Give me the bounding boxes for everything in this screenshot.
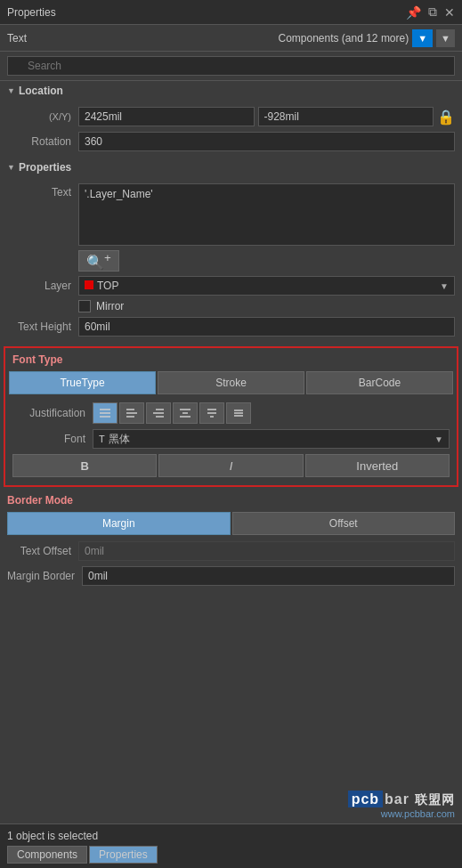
properties-section-header[interactable]: ▼ Properties bbox=[0, 158, 462, 177]
text-area-input[interactable]: '.Layer_Name' bbox=[78, 183, 455, 246]
text-prop-label: Text bbox=[7, 183, 78, 199]
filter-button[interactable]: ▼ bbox=[412, 29, 433, 47]
inverted-button[interactable]: Inverted bbox=[305, 454, 450, 477]
title-bar-right: 📌 ⧉ ✕ bbox=[406, 4, 455, 20]
components-right: Components (and 12 more) ▼ ▼ bbox=[278, 29, 455, 47]
font-label: Font bbox=[12, 433, 93, 445]
status-text: 1 object is selected bbox=[7, 830, 455, 842]
mirror-row: Mirror bbox=[0, 298, 462, 314]
layer-dot-icon: TOP bbox=[85, 280, 118, 292]
font-icon-text: T黑体 bbox=[99, 432, 130, 447]
close-icon[interactable]: ✕ bbox=[444, 5, 455, 20]
x-input[interactable] bbox=[78, 107, 255, 126]
status-bar: 1 object is selected Components Properti… bbox=[0, 823, 462, 868]
mirror-label: Mirror bbox=[96, 300, 124, 312]
xy-row: (X/Y) 🔒 bbox=[0, 104, 462, 129]
text-offset-label: Text Offset bbox=[7, 545, 78, 557]
location-form: (X/Y) 🔒 Rotation bbox=[0, 101, 462, 158]
font-type-section: Font Type TrueType Stroke BarCode Justif… bbox=[4, 346, 458, 487]
y-input[interactable] bbox=[258, 107, 434, 126]
lock-icon[interactable]: 🔒 bbox=[437, 109, 455, 126]
layer-select[interactable]: TOP ▼ bbox=[78, 276, 455, 296]
just-btn-3[interactable] bbox=[173, 402, 198, 424]
components-bar: Text Components (and 12 more) ▼ ▼ bbox=[0, 25, 462, 52]
font-select[interactable]: T黑体 ▼ bbox=[93, 429, 450, 449]
mirror-checkbox[interactable] bbox=[78, 300, 91, 312]
icon-btn-row: 🔍+ bbox=[0, 248, 462, 273]
just-btn-1[interactable] bbox=[119, 402, 144, 424]
border-mode-section: Border Mode Margin Offset Text Offset Ma… bbox=[0, 491, 462, 588]
font-type-buttons: TrueType Stroke BarCode bbox=[9, 371, 453, 394]
search-input[interactable] bbox=[7, 56, 455, 76]
just-btn-4[interactable] bbox=[199, 402, 224, 424]
layer-label: Layer bbox=[7, 280, 78, 292]
italic-button[interactable]: I bbox=[158, 454, 303, 477]
properties-triangle: ▼ bbox=[7, 163, 15, 172]
components-more-label: Components (and 12 more) bbox=[278, 32, 409, 45]
float-icon[interactable]: ⧉ bbox=[428, 4, 437, 20]
watermark-pcb-text: pcb bbox=[348, 791, 383, 807]
justification-row: Justification bbox=[9, 400, 453, 426]
text-offset-row: Text Offset bbox=[0, 539, 462, 564]
font-type-truetype-btn[interactable]: TrueType bbox=[9, 371, 156, 394]
dropdown-button[interactable]: ▼ bbox=[436, 29, 455, 47]
components-tab[interactable]: Components bbox=[7, 846, 87, 864]
status-tabs: Components Properties bbox=[7, 846, 455, 864]
margin-border-row: Margin Border bbox=[0, 564, 462, 588]
location-section-header[interactable]: ▼ Location bbox=[0, 81, 462, 101]
watermark-site: www.pcbbar.com bbox=[348, 808, 455, 819]
layer-dropdown-arrow: ▼ bbox=[440, 281, 449, 291]
text-height-row: Text Height bbox=[0, 314, 462, 339]
justification-buttons bbox=[93, 402, 251, 424]
xy-label: (X/Y) bbox=[7, 111, 78, 122]
title-bar: Properties 📌 ⧉ ✕ bbox=[0, 0, 462, 25]
border-offset-btn[interactable]: Offset bbox=[232, 512, 456, 535]
text-height-input[interactable] bbox=[78, 317, 455, 337]
rotation-input[interactable] bbox=[78, 132, 455, 151]
just-btn-0[interactable] bbox=[93, 402, 118, 424]
watermark-bar-text: bar bbox=[385, 791, 409, 807]
xy-inputs bbox=[78, 107, 434, 126]
rotation-label: Rotation bbox=[7, 135, 78, 148]
title-bar-left: Properties bbox=[7, 6, 56, 19]
font-type-header: Font Type bbox=[9, 353, 453, 366]
search-wrap: 🔍 bbox=[7, 56, 455, 76]
just-btn-2[interactable] bbox=[146, 402, 171, 424]
justification-label: Justification bbox=[12, 407, 93, 419]
text-area-row: Text '.Layer_Name' bbox=[0, 181, 462, 248]
properties-header-label: Properties bbox=[19, 161, 71, 174]
mirror-checkbox-wrap: Mirror bbox=[78, 300, 124, 312]
just-btn-5[interactable] bbox=[226, 402, 251, 424]
location-triangle: ▼ bbox=[7, 86, 15, 95]
add-text-button[interactable]: 🔍+ bbox=[78, 250, 119, 272]
watermark-union-text: 联盟网 bbox=[415, 792, 455, 807]
border-mode-buttons: Margin Offset bbox=[7, 512, 455, 535]
watermark: pcbbar 联盟网 www.pcbbar.com bbox=[348, 790, 455, 819]
title-text: Properties bbox=[7, 6, 56, 19]
pin-icon[interactable]: 📌 bbox=[406, 5, 421, 20]
border-mode-header-label: Border Mode bbox=[7, 494, 73, 507]
text-label: Text bbox=[7, 32, 27, 45]
border-margin-btn[interactable]: Margin bbox=[7, 512, 231, 535]
text-offset-input[interactable] bbox=[78, 541, 455, 561]
add-text-icon: 🔍+ bbox=[86, 251, 111, 271]
layer-value: TOP bbox=[97, 280, 118, 292]
text-height-label: Text Height bbox=[7, 320, 78, 333]
watermark-pcb: pcbbar 联盟网 bbox=[348, 790, 455, 808]
font-type-barcode-btn[interactable]: BarCode bbox=[306, 371, 453, 394]
font-row: Font T黑体 ▼ bbox=[9, 426, 453, 451]
search-bar: 🔍 bbox=[0, 52, 462, 81]
bold-button[interactable]: B bbox=[12, 454, 157, 477]
style-buttons-row: B I Inverted bbox=[9, 451, 453, 480]
margin-border-label: Margin Border bbox=[7, 570, 82, 582]
rotation-row: Rotation bbox=[0, 129, 462, 154]
layer-row: Layer TOP ▼ bbox=[0, 273, 462, 298]
location-header-label: Location bbox=[19, 85, 63, 97]
font-type-stroke-btn[interactable]: Stroke bbox=[158, 371, 304, 394]
properties-form: Text '.Layer_Name' 🔍+ Layer TOP ▼ Mirror… bbox=[0, 177, 462, 343]
border-mode-header: Border Mode bbox=[0, 491, 462, 510]
properties-tab[interactable]: Properties bbox=[89, 846, 158, 864]
font-dropdown-arrow: ▼ bbox=[434, 434, 443, 444]
font-value: 黑体 bbox=[109, 433, 130, 445]
margin-border-input[interactable] bbox=[82, 566, 455, 586]
